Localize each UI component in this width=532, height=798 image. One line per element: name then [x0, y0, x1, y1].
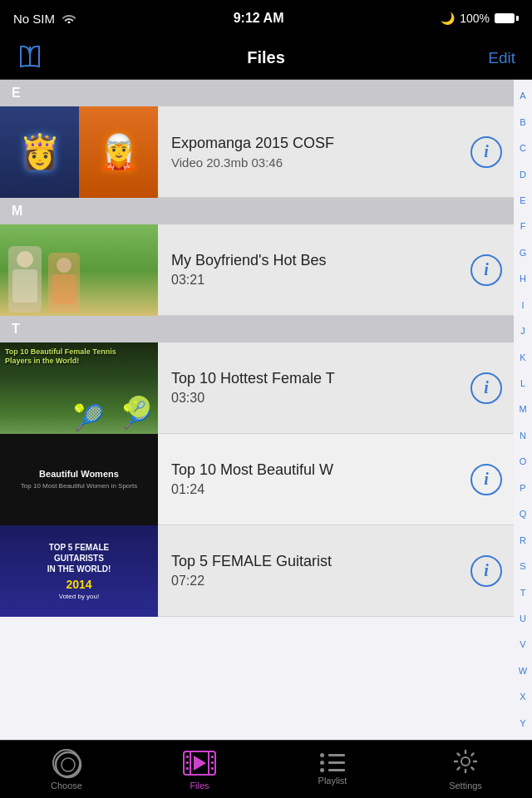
tab-choose[interactable]: Choose — [0, 741, 133, 798]
section-letter-m: M — [12, 204, 22, 219]
guitar-title: Top 5 FEMALEGuitaristsin the world! — [47, 542, 111, 574]
item-title: Top 10 Most Beautiful W — [171, 461, 457, 479]
thumbnail-boyfriend — [0, 224, 158, 316]
section-letter-t: T — [12, 322, 20, 337]
list-item[interactable]: Top 10 Beautiful Female TennisPlayers in… — [0, 342, 514, 434]
battery-percent: 100% — [460, 12, 490, 25]
battery-icon — [495, 13, 519, 23]
alpha-R[interactable]: R — [520, 536, 526, 545]
tab-settings[interactable]: Settings — [399, 741, 532, 798]
tennis-text: Top 10 Beautiful Female TennisPlayers in… — [5, 347, 155, 367]
alpha-I[interactable]: I — [521, 301, 524, 310]
alpha-Y[interactable]: Y — [520, 719, 525, 728]
nav-right: Edit — [466, 49, 515, 67]
tab-files[interactable]: Files — [133, 741, 266, 798]
list-item[interactable]: 👸 🧝 Expomanga 2015 COSF Video 20.3mb 03:… — [0, 106, 514, 198]
settings-icon — [453, 749, 478, 777]
nav-left — [17, 43, 66, 73]
alpha-G[interactable]: G — [520, 249, 527, 258]
alpha-X[interactable]: X — [520, 692, 525, 702]
section-header-e: E — [0, 80, 514, 106]
section-letter-e: E — [12, 86, 21, 101]
alpha-Q[interactable]: Q — [520, 510, 527, 519]
tab-choose-label: Choose — [51, 781, 82, 791]
alpha-P[interactable]: P — [520, 484, 525, 493]
info-button-beautiful[interactable]: i — [470, 464, 502, 495]
item-title: My Boyfriend's Hot Bes — [171, 252, 457, 269]
list-item[interactable]: Top 5 FEMALEGuitaristsin the world! 2014… — [0, 525, 514, 617]
alpha-W[interactable]: W — [519, 667, 527, 676]
info-button-boyfriend[interactable]: i — [470, 254, 502, 286]
alpha-L[interactable]: L — [520, 379, 525, 388]
alpha-J[interactable]: J — [520, 327, 525, 336]
moon-icon: 🌙 — [441, 12, 455, 25]
guitar-year: 2014 — [66, 578, 91, 591]
tab-settings-label: Settings — [449, 781, 482, 791]
alpha-U[interactable]: U — [520, 614, 526, 623]
beautiful-subtitle: Top 10 Most Beautiful Women in Sports — [21, 482, 137, 490]
alpha-S[interactable]: S — [520, 562, 525, 571]
svg-point-2 — [62, 758, 75, 771]
thumbnail-guitar: Top 5 FEMALEGuitaristsin the world! 2014… — [0, 525, 158, 617]
guitar-vote: Voted by you! — [59, 593, 99, 600]
item-duration: 01:24 — [171, 482, 457, 497]
library-icon[interactable] — [17, 58, 43, 72]
file-list: E 👸 🧝 Expomanga 2015 COSF Video 20.3mb 0… — [0, 80, 514, 740]
list-item[interactable]: My Boyfriend's Hot Bes 03:21 i — [0, 224, 514, 316]
thumbnail-beautiful: Beautiful Womens Top 10 Most Beautiful W… — [0, 434, 158, 525]
choose-icon — [52, 749, 81, 777]
item-duration: 07:22 — [171, 574, 457, 589]
svg-point-1 — [56, 752, 81, 777]
item-info-boyfriend: My Boyfriend's Hot Bes 03:21 — [158, 242, 470, 298]
status-right: 🌙 100% — [441, 12, 519, 25]
item-title: Expomanga 2015 COSF — [171, 135, 457, 152]
alpha-A[interactable]: A — [520, 91, 525, 101]
alpha-M[interactable]: M — [519, 405, 526, 414]
item-info-guitar: Top 5 FEMALE Guitarist 07:22 — [158, 543, 470, 598]
playlist-icon — [320, 753, 345, 772]
tab-playlist[interactable]: Playlist — [266, 741, 399, 798]
alpha-F[interactable]: F — [520, 222, 526, 231]
alphabet-index[interactable]: A B C D E F G H I J K L M N O P Q R S T … — [514, 80, 532, 740]
item-info-expomanga: Expomanga 2015 COSF Video 20.3mb 03:46 — [158, 125, 470, 180]
alpha-E[interactable]: E — [520, 196, 525, 205]
item-duration: 03:30 — [171, 391, 457, 406]
alpha-K[interactable]: K — [520, 353, 525, 362]
alpha-B[interactable]: B — [520, 118, 525, 127]
alpha-O[interactable]: O — [520, 457, 527, 466]
tab-playlist-label: Playlist — [318, 776, 347, 786]
alpha-T[interactable]: T — [520, 589, 526, 598]
status-left: No SIM — [13, 12, 76, 26]
beautiful-title: Beautiful Womens — [39, 469, 119, 479]
section-header-m: M — [0, 198, 514, 224]
info-button-tennis[interactable]: i — [470, 372, 502, 404]
status-bar: No SIM 9:12 AM 🌙 100% — [0, 0, 532, 37]
status-time: 9:12 AM — [234, 11, 284, 26]
thumbnail-expomanga: 👸 🧝 — [0, 106, 158, 198]
alpha-V[interactable]: V — [520, 640, 525, 649]
info-button-guitar[interactable]: i — [470, 555, 502, 587]
alpha-N[interactable]: N — [520, 431, 526, 441]
page-title: Files — [247, 48, 285, 67]
item-duration: 03:21 — [171, 273, 457, 288]
item-info-tennis: Top 10 Hottest Female T 03:30 — [158, 360, 470, 416]
alpha-D[interactable]: D — [520, 170, 526, 180]
carrier-text: No SIM — [13, 12, 55, 26]
item-title: Top 5 FEMALE Guitarist — [171, 553, 457, 570]
thumbnail-tennis: Top 10 Beautiful Female TennisPlayers in… — [0, 342, 158, 434]
tab-bar: Choose Files — [0, 740, 532, 798]
cosplay-left-char: 👸 — [0, 106, 79, 198]
item-info-beautiful: Top 10 Most Beautiful W 01:24 — [158, 451, 470, 507]
cosplay-right-char: 🧝 — [79, 106, 158, 198]
list-item[interactable]: Beautiful Womens Top 10 Most Beautiful W… — [0, 434, 514, 525]
wifi-icon — [62, 12, 76, 26]
item-title: Top 10 Hottest Female T — [171, 370, 457, 387]
tab-files-label: Files — [190, 781, 209, 791]
svg-point-3 — [461, 757, 470, 766]
info-button-expomanga[interactable]: i — [470, 136, 502, 168]
alpha-C[interactable]: C — [520, 144, 526, 153]
files-icon — [183, 749, 216, 777]
item-meta: Video 20.3mb 03:46 — [171, 155, 457, 170]
edit-button[interactable]: Edit — [488, 49, 515, 67]
alpha-H[interactable]: H — [520, 274, 526, 283]
